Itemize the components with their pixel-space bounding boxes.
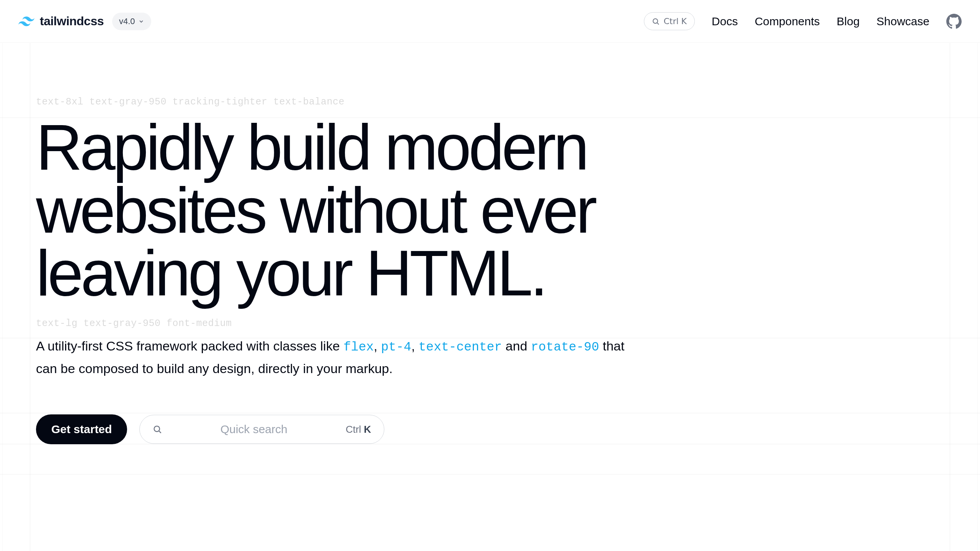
github-icon [946,14,962,29]
nav-blog[interactable]: Blog [837,15,860,28]
code-token-pt4: pt-4 [381,340,411,354]
nav-components[interactable]: Components [755,15,820,28]
svg-point-0 [653,19,658,23]
header-right: Ctrl K Docs Components Blog Showcase [644,12,962,30]
cta-row: Get started Quick search Ctrl K [36,414,980,444]
quick-search-kbd: Ctrl K [346,424,371,435]
brand-name: tailwindcss [40,14,104,28]
nav-docs[interactable]: Docs [712,15,738,28]
version-label: v4.0 [119,16,135,26]
header-search-kbd: Ctrl K [663,16,687,26]
hero-title: Rapidly build modern websites without ev… [36,116,687,305]
site-header: tailwindcss v4.0 Ctrl K Docs Components … [0,0,980,43]
quick-search-button[interactable]: Quick search Ctrl K [139,415,384,444]
code-token-flex: flex [343,340,374,354]
chevron-down-icon [138,18,144,24]
desc-text: , [411,339,418,353]
tailwind-logo-icon [18,16,34,26]
search-icon [652,18,660,25]
search-icon [153,425,162,434]
desc-class-annotation: text-lg text-gray-950 font-medium [36,318,980,329]
title-class-annotation: text-8xl text-gray-950 tracking-tighter … [36,96,980,108]
nav-showcase[interactable]: Showcase [877,15,929,28]
grid-line [0,474,980,474]
github-link[interactable] [946,14,962,29]
code-token-rotate90: rotate-90 [531,340,599,354]
brand-logo[interactable]: tailwindcss [18,14,104,28]
svg-point-1 [154,426,160,432]
desc-text: and [502,339,531,353]
quick-search-placeholder: Quick search [169,423,339,436]
header-search-button[interactable]: Ctrl K [644,12,695,30]
desc-text: A utility-first CSS framework packed wit… [36,339,343,353]
desc-text: , [374,339,381,353]
hero-section: text-8xl text-gray-950 tracking-tighter … [0,43,980,444]
version-selector[interactable]: v4.0 [112,13,151,30]
get-started-button[interactable]: Get started [36,414,127,444]
code-token-textcenter: text-center [418,340,502,354]
header-left: tailwindcss v4.0 [18,13,151,30]
primary-nav: Docs Components Blog Showcase [712,15,929,28]
hero-description: A utility-first CSS framework packed wit… [36,335,641,380]
